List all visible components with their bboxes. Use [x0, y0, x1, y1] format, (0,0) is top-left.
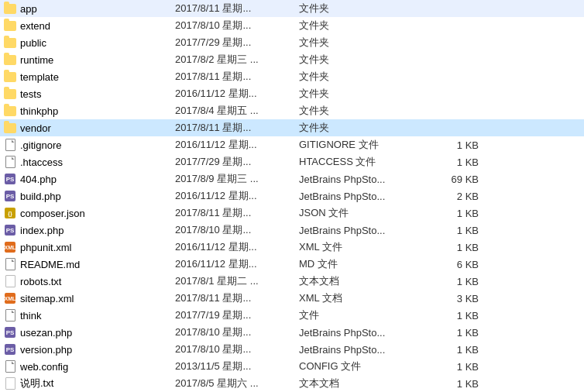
table-row[interactable]: README.md2016/11/12 星期...MD 文件6 KB — [0, 256, 584, 273]
file-type: HTACCESS 文件 — [299, 155, 423, 169]
table-row[interactable]: {}composer.json2017/8/11 星期...JSON 文件1 K… — [0, 205, 584, 222]
file-name: robots.txt — [20, 276, 175, 287]
table-row[interactable]: public2017/7/29 星期...文件夹 — [0, 34, 584, 51]
file-name: web.config — [20, 361, 175, 373]
file-type: 文件夹 — [299, 2, 423, 15]
file-size: 1 KB — [423, 156, 485, 168]
table-row[interactable]: extend2017/8/10 星期...文件夹 — [0, 17, 584, 34]
file-size: 6 KB — [423, 259, 485, 270]
file-name: phpunit.xml — [20, 242, 175, 253]
table-row[interactable]: robots.txt2017/8/1 星期二 ...文本文档1 KB — [0, 273, 584, 290]
file-type: 文件夹 — [299, 53, 423, 67]
file-type: JSON 文件 — [299, 206, 423, 220]
table-row[interactable]: .gitignore2016/11/12 星期...GITIGNORE 文件1 … — [0, 136, 584, 153]
table-row[interactable]: template2017/8/11 星期...文件夹 — [0, 68, 584, 85]
file-name: 说明.txt — [20, 377, 175, 390]
table-row[interactable]: app2017/8/11 星期...文件夹 — [0, 0, 584, 17]
file-name: version.php — [20, 344, 175, 356]
file-date: 2013/11/5 星期... — [175, 359, 299, 373]
table-row[interactable]: PSbuild.php2016/11/12 星期...JetBrains Php… — [0, 187, 584, 205]
table-row[interactable]: thinkphp2017/8/4 星期五 ...文件夹 — [0, 102, 584, 119]
file-name: sitemap.xml — [20, 293, 175, 304]
php-icon: PS — [5, 225, 15, 236]
table-row[interactable]: web.config2013/11/5 星期...CONFIG 文件1 KB — [0, 358, 584, 375]
file-name: tests — [20, 88, 175, 100]
table-row[interactable]: runtime2017/8/2 星期三 ...文件夹 — [0, 51, 584, 68]
file-type: 文件夹 — [299, 87, 423, 101]
file-name: vendor — [20, 122, 175, 134]
file-date: 2016/11/12 星期... — [175, 138, 299, 152]
file-name: index.php — [20, 225, 175, 236]
table-row[interactable]: tests2016/11/12 星期...文件夹 — [0, 85, 584, 102]
file-size: 1 KB — [423, 327, 485, 339]
file-type: 文件 — [299, 308, 423, 322]
file-name: extend — [20, 20, 175, 32]
file-size: 1 KB — [423, 344, 485, 356]
json-icon: {} — [5, 208, 15, 218]
file-type: 文件夹 — [299, 70, 423, 84]
file-date: 2017/8/2 星期三 ... — [175, 53, 299, 67]
file-date: 2017/8/11 星期... — [175, 2, 299, 15]
folder-icon — [4, 123, 16, 133]
file-type: JetBrains PhpSto... — [299, 327, 423, 339]
file-date: 2016/11/12 星期... — [175, 257, 299, 271]
php-icon: PS — [5, 191, 15, 201]
file-name: build.php — [20, 191, 175, 202]
file-type: JetBrains PhpSto... — [299, 225, 423, 236]
file-type: JetBrains PhpSto... — [299, 191, 423, 202]
txt-icon — [5, 275, 15, 287]
file-type: JetBrains PhpSto... — [299, 344, 423, 356]
table-row[interactable]: .htaccess2017/7/29 星期...HTACCESS 文件1 KB — [0, 153, 584, 170]
table-row[interactable]: PSindex.php2017/8/10 星期...JetBrains PhpS… — [0, 222, 584, 239]
file-type: JetBrains PhpSto... — [299, 174, 423, 185]
file-date: 2017/8/1 星期二 ... — [175, 274, 299, 288]
folder-icon — [4, 4, 16, 14]
file-size: 1 KB — [423, 276, 485, 287]
file-name: .gitignore — [20, 139, 175, 151]
file-name: think — [20, 310, 175, 322]
table-row[interactable]: XMLphpunit.xml2016/11/12 星期...XML 文件1 KB — [0, 239, 584, 256]
file-date: 2017/8/4 星期五 ... — [175, 104, 299, 118]
folder-icon — [4, 38, 16, 48]
php-icon: PS — [5, 327, 15, 338]
file-date: 2017/8/10 星期... — [175, 325, 299, 339]
table-row[interactable]: XMLsitemap.xml2017/8/11 星期...XML 文档3 KB — [0, 290, 584, 307]
folder-icon — [4, 106, 16, 116]
file-type: XML 文档 — [299, 291, 423, 305]
file-size: 1 KB — [423, 242, 485, 253]
file-size: 1 KB — [423, 310, 485, 322]
folder-icon — [4, 72, 16, 82]
table-row[interactable]: vendor2017/8/11 星期...文件夹 — [0, 119, 584, 136]
folder-icon — [4, 21, 16, 31]
file-date: 2016/11/12 星期... — [175, 87, 299, 101]
file-type: 文件夹 — [299, 36, 423, 50]
file-size: 3 KB — [423, 293, 485, 304]
table-row[interactable]: 说明.txt2017/8/5 星期六 ...文本文档1 KB — [0, 375, 584, 392]
file-date: 2017/8/10 星期... — [175, 19, 299, 33]
table-row[interactable]: PSusezan.php2017/8/10 星期...JetBrains Php… — [0, 324, 584, 341]
file-icon — [5, 139, 15, 151]
table-row[interactable]: think2017/7/19 星期...文件1 KB — [0, 307, 584, 324]
file-icon — [5, 258, 15, 270]
file-name: .htaccess — [20, 156, 175, 168]
php-icon: PS — [5, 174, 15, 184]
file-icon — [5, 360, 15, 373]
file-name: public — [20, 37, 175, 49]
table-row[interactable]: PSversion.php2017/8/10 星期...JetBrains Ph… — [0, 341, 584, 358]
file-date: 2017/7/29 星期... — [175, 155, 299, 169]
xml-icon: XML — [5, 293, 15, 304]
file-date: 2016/11/12 星期... — [175, 189, 299, 203]
file-date: 2017/8/10 星期... — [175, 342, 299, 356]
table-row[interactable]: PS404.php2017/8/9 星期三 ...JetBrains PhpSt… — [0, 170, 584, 187]
file-date: 2017/7/29 星期... — [175, 36, 299, 50]
file-icon — [5, 309, 15, 322]
file-date: 2017/8/11 星期... — [175, 70, 299, 84]
file-name: usezan.php — [20, 327, 175, 339]
xml-icon: XML — [5, 242, 15, 253]
file-size: 1 KB — [423, 361, 485, 373]
file-name: app — [20, 3, 175, 15]
file-date: 2017/8/10 星期... — [175, 223, 299, 237]
file-type: MD 文件 — [299, 257, 423, 271]
file-name: README.md — [20, 259, 175, 270]
file-date: 2017/8/11 星期... — [175, 291, 299, 305]
